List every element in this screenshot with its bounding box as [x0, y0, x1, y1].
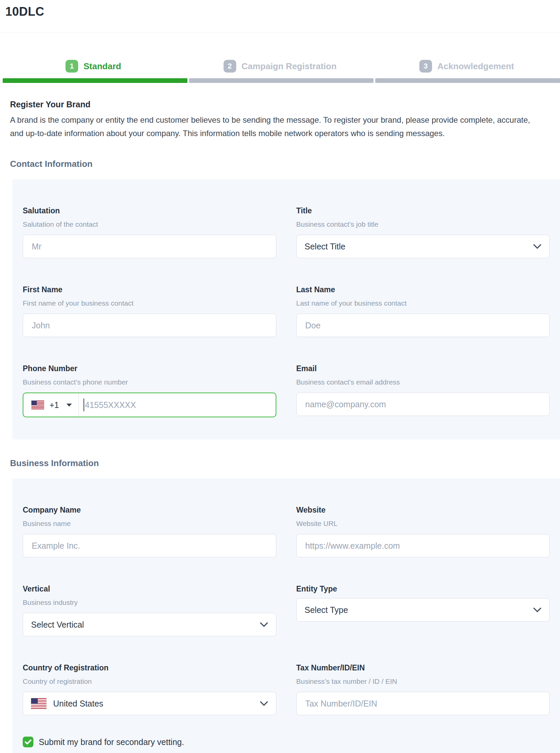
country-label: Country of Registration [23, 663, 276, 672]
form-title: Register Your Brand [10, 100, 550, 109]
country-select-value: United States [53, 699, 103, 709]
stepper-progress-bar [0, 78, 560, 83]
progress-segment-1 [3, 78, 187, 83]
secondary-vetting-checkbox[interactable] [23, 737, 34, 747]
first-name-label: First Name [23, 285, 276, 294]
salutation-helper: Salutation of the contact [23, 220, 276, 229]
last-name-helper: Last name of your business contact [296, 299, 550, 308]
vertical-helper: Business industry [23, 598, 276, 607]
salutation-label: Salutation [23, 206, 276, 215]
email-field-group: Email Business contact’s email address [296, 364, 550, 417]
main-content: Register Your Brand A brand is the compa… [0, 100, 560, 753]
business-information-panel: Company Name Business name Website Websi… [12, 479, 560, 753]
last-name-label: Last Name [296, 285, 550, 294]
step-standard[interactable]: 1 Standard [0, 60, 187, 73]
company-name-helper: Business name [23, 519, 276, 528]
checkmark-icon [25, 739, 32, 745]
email-helper: Business contact’s email address [296, 378, 550, 387]
form-description: A brand is the company or entity the end… [10, 113, 541, 140]
email-label: Email [296, 364, 550, 373]
country-select[interactable]: United States [23, 692, 276, 715]
chevron-down-icon [260, 701, 268, 706]
dial-code: +1 [49, 400, 59, 410]
tax-number-input[interactable] [296, 692, 550, 715]
title-select[interactable]: Select Title [296, 235, 550, 258]
title-field-group: Title Business contact’s job title Selec… [296, 206, 550, 258]
stepper: 1 Standard 2 Campaign Registration 3 Ack… [0, 60, 560, 73]
title-label: Title [296, 206, 550, 215]
entity-type-label: Entity Type [296, 584, 550, 594]
country-field-group: Country of Registration Country of regis… [23, 663, 276, 715]
salutation-field-group: Salutation Salutation of the contact [23, 206, 276, 258]
website-field-group: Website Website URL [296, 505, 550, 557]
vertical-field-group: Vertical Business industry Select Vertic… [23, 584, 276, 636]
secondary-vetting-row: Submit my brand for secondary vetting. [23, 737, 549, 747]
tax-number-field-group: Tax Number/ID/EIN Business’s tax number … [296, 663, 550, 715]
vertical-select[interactable]: Select Vertical [23, 613, 276, 636]
step-label: Acknowledgement [437, 61, 514, 72]
first-name-helper: First name of your business contact [23, 299, 276, 308]
page-title: 10DLC [5, 5, 555, 19]
vertical-select-value: Select Vertical [31, 620, 84, 630]
first-name-field-group: First Name First name of your business c… [23, 285, 276, 337]
text-cursor [83, 399, 84, 411]
business-information-heading: Business Information [10, 458, 550, 468]
contact-information-heading: Contact Information [10, 159, 550, 169]
last-name-field-group: Last Name Last name of your business con… [296, 285, 550, 337]
page-header: 10DLC [0, 0, 560, 33]
website-input[interactable] [296, 534, 550, 557]
last-name-input[interactable] [296, 314, 550, 337]
tax-number-label: Tax Number/ID/EIN [296, 663, 550, 672]
email-input[interactable] [296, 392, 550, 416]
phone-country-selector[interactable]: +1 [23, 393, 79, 417]
step-number-badge: 1 [65, 60, 78, 73]
entity-type-select-value: Select Type [305, 605, 348, 615]
country-helper: Country of registration [23, 677, 276, 686]
entity-type-field-group: Entity Type Select Type [296, 584, 550, 636]
step-label: Standard [83, 61, 121, 72]
salutation-input[interactable] [23, 235, 276, 258]
tax-number-helper: Business’s tax number / ID / EIN [296, 677, 550, 686]
step-number-badge: 2 [223, 60, 236, 73]
vertical-label: Vertical [23, 584, 276, 594]
secondary-vetting-label: Submit my brand for secondary vetting. [39, 737, 184, 747]
entity-type-select[interactable]: Select Type [296, 598, 550, 622]
step-label: Campaign Registration [242, 61, 337, 72]
chevron-down-icon [533, 607, 541, 613]
company-name-label: Company Name [23, 505, 276, 515]
title-helper: Business contact’s job title [296, 220, 550, 229]
progress-segment-2 [189, 78, 374, 83]
progress-segment-3 [375, 78, 560, 83]
phone-field-group: Phone Number Business contact’s phone nu… [23, 364, 276, 417]
website-label: Website [296, 505, 550, 515]
chevron-down-icon [533, 244, 541, 249]
chevron-down-icon [260, 622, 268, 627]
step-number-badge: 3 [419, 60, 432, 73]
company-name-input[interactable] [23, 534, 276, 557]
contact-information-panel: Salutation Salutation of the contact Tit… [12, 179, 560, 439]
first-name-input[interactable] [23, 314, 276, 337]
title-select-value: Select Title [305, 242, 345, 251]
us-flag-icon [31, 698, 46, 709]
phone-number-input[interactable] [85, 393, 275, 417]
company-name-field-group: Company Name Business name [23, 505, 276, 557]
website-helper: Website URL [296, 519, 550, 528]
step-campaign-registration[interactable]: 2 Campaign Registration [187, 60, 374, 73]
dropdown-arrow-icon [66, 404, 72, 407]
phone-input-group: +1 [23, 392, 276, 417]
phone-helper: Business contact’s phone number [23, 378, 276, 387]
phone-label: Phone Number [23, 364, 276, 373]
us-flag-icon [32, 401, 44, 409]
step-acknowledgement[interactable]: 3 Acknowledgement [373, 60, 560, 73]
